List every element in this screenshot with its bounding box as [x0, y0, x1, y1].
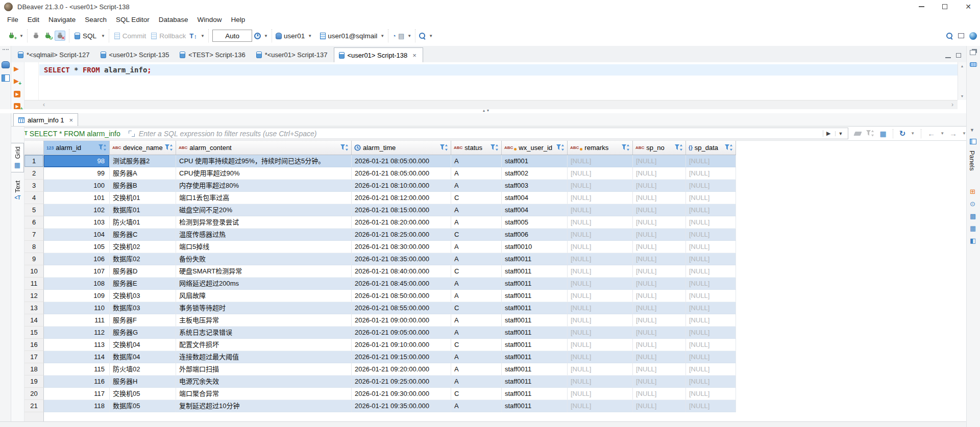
column-header-sp_no[interactable]: ABCsp_no	[633, 141, 686, 155]
quick-access-search-icon[interactable]	[946, 33, 953, 39]
cell-status[interactable]: A	[451, 167, 502, 180]
row-number[interactable]: 20	[24, 388, 44, 400]
cell-sp_data[interactable]: [NULL]	[686, 351, 736, 363]
minimize-window-button[interactable]	[910, 0, 933, 13]
refresh-dropdown[interactable]: ▼	[911, 131, 915, 136]
cell-remarks[interactable]: [NULL]	[568, 180, 633, 192]
cell-remarks[interactable]: [NULL]	[568, 375, 633, 388]
grid-corner-cell[interactable]	[24, 141, 44, 155]
cell-status[interactable]: A	[451, 351, 502, 363]
schema-dropdown[interactable]: ▼	[380, 34, 384, 38]
cell-status[interactable]: A	[451, 180, 502, 192]
column-header-alarm_id[interactable]: 123alarm_id	[44, 141, 110, 155]
cell-sp_no[interactable]: [NULL]	[633, 375, 686, 388]
cell-alarm_content[interactable]: 内存使用率超过80%	[176, 180, 352, 192]
execute-new-tab-icon[interactable]: ▶+	[14, 78, 19, 84]
cell-status[interactable]: A	[451, 204, 502, 216]
cell-sp_no[interactable]: [NULL]	[633, 400, 686, 412]
row-number[interactable]: 10	[24, 265, 44, 278]
reconnect-button[interactable]: ↻	[43, 31, 53, 40]
cell-alarm_time[interactable]: 2026-01-21 08:40:00.000	[352, 265, 451, 278]
cell-wx_user_id[interactable]: staff0011	[502, 363, 568, 375]
minimize-editor-icon[interactable]	[945, 57, 951, 58]
cell-remarks[interactable]: [NULL]	[568, 253, 633, 265]
cell-alarm_id[interactable]: 111	[44, 314, 110, 326]
disconnect-button[interactable]: ✕	[55, 31, 65, 41]
cell-alarm_id[interactable]: 100	[44, 180, 110, 192]
row-number[interactable]: 16	[24, 339, 44, 351]
cell-sp_no[interactable]: [NULL]	[633, 180, 686, 192]
scroll-left-icon[interactable]: ‹	[43, 101, 45, 108]
cell-alarm_id[interactable]: 102	[44, 204, 110, 216]
new-connection-button[interactable]: +	[7, 31, 16, 40]
tools-dropdown[interactable]: ▼	[407, 34, 411, 38]
filter-sort-icon[interactable]	[675, 144, 683, 151]
editor-tab[interactable]: *<user01> Script-137	[252, 47, 334, 62]
cell-remarks[interactable]: [NULL]	[568, 278, 633, 290]
cell-device_name[interactable]: 交换机04	[110, 339, 176, 351]
editor-results-splitter[interactable]: ▴▾	[0, 109, 966, 113]
expand-filter-icon[interactable]	[129, 131, 135, 137]
filter-sort-icon[interactable]	[725, 144, 733, 151]
cell-status[interactable]: C	[451, 229, 502, 241]
cell-alarm_id[interactable]: 106	[44, 253, 110, 265]
connection-selector[interactable]: user01	[284, 32, 305, 40]
panels-menu-icon[interactable]: ▼	[970, 128, 974, 133]
cell-alarm_content[interactable]: 主板电压异常	[176, 314, 352, 326]
new-sql-editor-button[interactable]: SQL	[73, 31, 98, 41]
cell-wx_user_id[interactable]: staff006	[502, 229, 568, 241]
row-number[interactable]: 17	[24, 351, 44, 363]
cell-sp_no[interactable]: [NULL]	[633, 290, 686, 302]
close-tab-icon[interactable]: ×	[412, 52, 416, 59]
new-connection-dropdown[interactable]: ▼	[19, 34, 23, 38]
cell-status[interactable]: A	[451, 155, 502, 167]
filter-sort-icon[interactable]	[440, 144, 448, 151]
cell-alarm_content[interactable]: 备份失败	[176, 253, 352, 265]
cell-sp_data[interactable]: [NULL]	[686, 192, 736, 204]
cell-wx_user_id[interactable]: staff0011	[502, 314, 568, 326]
cell-alarm_content[interactable]: 配置文件损坏	[176, 339, 352, 351]
cell-alarm_time[interactable]: 2026-01-21 09:25:00.000	[352, 375, 451, 388]
column-header-alarm_content[interactable]: ABCalarm_content	[176, 141, 352, 155]
editor-tab[interactable]: <user01> Script-138×	[334, 47, 423, 62]
clear-filter-icon[interactable]	[854, 132, 862, 136]
row-number[interactable]: 6	[24, 216, 44, 229]
dbeaver-community-icon[interactable]	[969, 32, 977, 40]
cell-sp_data[interactable]: [NULL]	[686, 363, 736, 375]
cell-status[interactable]: A	[451, 278, 502, 290]
cell-alarm_time[interactable]: 2026-01-21 08:35:00.000	[352, 253, 451, 265]
cell-alarm_id[interactable]: 115	[44, 363, 110, 375]
column-header-device_name[interactable]: ABCdevice_name	[110, 141, 176, 155]
panels-icon[interactable]	[970, 139, 976, 144]
cell-sp_data[interactable]: [NULL]	[686, 326, 736, 339]
row-number[interactable]: 4	[24, 192, 44, 204]
filter-input[interactable]: <>T SELECT * FROM alarm_info Enter a SQL…	[14, 128, 848, 139]
cell-remarks[interactable]: [NULL]	[568, 192, 633, 204]
cell-alarm_id[interactable]: 103	[44, 216, 110, 229]
cell-sp_data[interactable]: [NULL]	[686, 290, 736, 302]
filter-sort-icon[interactable]	[340, 144, 349, 151]
row-number[interactable]: 2	[24, 167, 44, 180]
cell-status[interactable]: A	[451, 314, 502, 326]
cell-alarm_time[interactable]: 2026-01-21 08:12:00.000	[352, 192, 451, 204]
connect-button[interactable]	[31, 31, 41, 40]
cell-alarm_time[interactable]: 2026-01-21 09:00:00.000	[352, 314, 451, 326]
cell-alarm_content[interactable]: 硬盘SMART检测异常	[176, 265, 352, 278]
cell-alarm_content[interactable]: 磁盘空间不足20%	[176, 204, 352, 216]
tab-grid-presentation[interactable]: Grid ▦	[11, 143, 24, 172]
column-header-sp_data[interactable]: {}sp_data	[686, 141, 736, 155]
scroll-up-icon[interactable]: ▲	[958, 64, 966, 68]
row-number[interactable]: 14	[24, 314, 44, 326]
restore-view-icon[interactable]	[970, 50, 976, 55]
scroll-down-icon[interactable]: ▼	[958, 94, 966, 98]
cell-sp_data[interactable]: [NULL]	[686, 339, 736, 351]
cell-sp_no[interactable]: [NULL]	[633, 265, 686, 278]
cell-sp_data[interactable]: [NULL]	[686, 400, 736, 412]
cell-alarm_content[interactable]: 端口聚合异常	[176, 388, 352, 400]
cell-alarm_id[interactable]: 104	[44, 229, 110, 241]
cell-alarm_id[interactable]: 117	[44, 388, 110, 400]
cell-sp_no[interactable]: [NULL]	[633, 229, 686, 241]
row-number[interactable]: 13	[24, 302, 44, 314]
cell-device_name[interactable]: 服务器B	[110, 180, 176, 192]
schema-selector[interactable]: user01@sqlmail	[328, 32, 377, 40]
